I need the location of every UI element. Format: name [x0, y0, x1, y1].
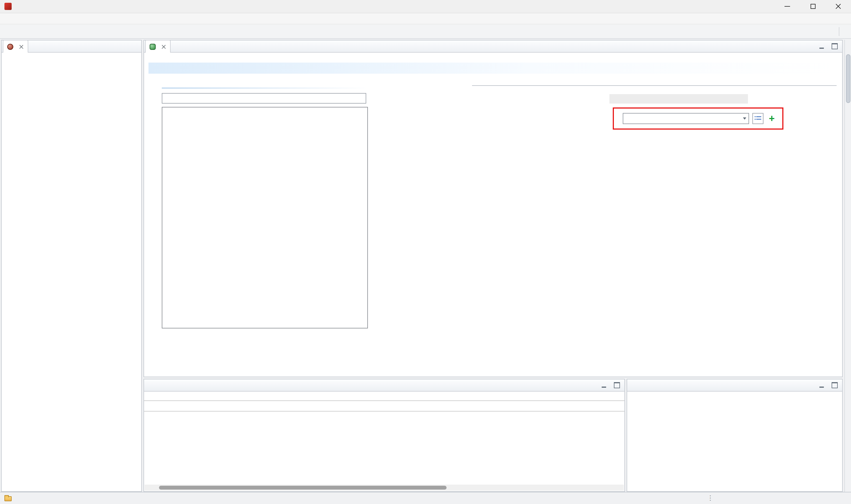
toolbar-separator	[839, 27, 839, 36]
right-column: +	[143, 40, 843, 492]
filter-input[interactable]	[162, 93, 366, 104]
detail-panel-controls	[817, 379, 842, 391]
maximize-icon[interactable]	[830, 42, 839, 51]
explorer-tree	[2, 53, 141, 491]
section-title	[148, 62, 838, 74]
highlight-box: +	[613, 107, 783, 130]
bottom-row	[143, 379, 843, 492]
detail-tabstrip	[627, 379, 842, 392]
editor-header	[144, 53, 842, 60]
toolbar-right	[832, 27, 847, 36]
vertical-scrollbar[interactable]	[844, 40, 851, 492]
autosar-explorer-icon	[7, 43, 13, 50]
app-icon	[4, 3, 12, 10]
detail-panel	[627, 379, 843, 492]
browse-list-button[interactable]	[752, 113, 763, 124]
editor-panel: +	[143, 40, 843, 377]
editor-tab-canif[interactable]	[145, 40, 171, 53]
minimize-icon[interactable]	[600, 381, 608, 390]
minimize-button[interactable]	[775, 0, 800, 13]
filter-row	[162, 93, 368, 104]
maximize-icon[interactable]	[830, 381, 839, 390]
horizontal-scrollbar[interactable]	[145, 485, 624, 491]
editor-body: +	[144, 53, 842, 377]
toolbar	[0, 24, 851, 39]
maximize-icon	[810, 4, 815, 9]
configure-filters-button[interactable]	[608, 392, 624, 397]
explorer-panel-controls	[138, 40, 141, 52]
titlebar	[0, 0, 851, 13]
detail-content	[627, 392, 842, 491]
editor-page-tabs	[144, 363, 842, 377]
chevron-down-icon[interactable]	[743, 118, 746, 120]
editor-panel-controls	[817, 40, 842, 52]
detail-column: +	[472, 85, 837, 363]
explorer-tabstrip	[2, 40, 141, 53]
buffersize-row	[479, 94, 748, 104]
editor-tabstrip	[144, 40, 842, 53]
buffersize-field	[609, 94, 748, 104]
container-tree-box	[162, 107, 368, 328]
window-controls	[775, 0, 851, 13]
application-window: +	[0, 0, 851, 504]
description-column-header[interactable]	[144, 400, 624, 412]
close-tab-icon[interactable]	[161, 44, 166, 49]
hierarchy-title	[162, 85, 368, 88]
close-icon	[835, 3, 841, 10]
hierarchy-column	[162, 85, 368, 363]
workbench: +	[0, 39, 851, 492]
close-button[interactable]	[826, 0, 851, 13]
validation-tabstrip	[144, 379, 624, 392]
statusbar-grip[interactable]: ⋮	[707, 494, 714, 502]
explorer-panel	[1, 40, 142, 492]
minimize-icon[interactable]	[817, 381, 826, 390]
minimize-icon	[784, 6, 790, 7]
validation-body	[144, 392, 624, 491]
validation-panel	[143, 379, 625, 492]
editor-file-icon	[149, 43, 156, 50]
section-rule	[162, 88, 368, 89]
bufferhthref-combo[interactable]	[623, 113, 749, 124]
validation-panel-controls	[600, 379, 624, 391]
maximize-icon[interactable]	[612, 381, 621, 390]
section-description	[144, 74, 842, 76]
tab-autosar-explorer[interactable]	[3, 40, 28, 53]
scrollbar-thumb[interactable]	[846, 54, 850, 103]
element-actions	[368, 85, 472, 363]
editor-columns: +	[144, 76, 842, 363]
maximize-button[interactable]	[800, 0, 826, 13]
validation-summary	[144, 397, 624, 400]
add-reference-button[interactable]: +	[767, 115, 777, 122]
statusbar: ⋮	[0, 492, 851, 504]
folder-icon	[4, 496, 12, 501]
close-tab-icon[interactable]	[19, 44, 24, 49]
minimize-icon[interactable]	[817, 42, 826, 51]
menubar	[0, 13, 851, 24]
container-tree	[162, 107, 367, 328]
scrollbar-thumb[interactable]	[159, 486, 446, 490]
validation-rows	[144, 412, 624, 485]
